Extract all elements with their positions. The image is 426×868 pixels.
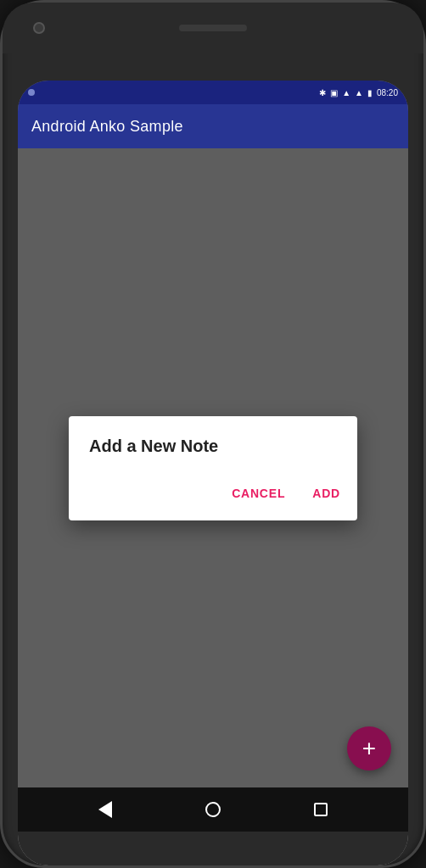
nav-back-button[interactable]	[92, 797, 118, 822]
notification-dot	[28, 89, 35, 96]
dialog-title: Add a New Note	[69, 437, 357, 473]
battery-icon: ▮	[367, 88, 373, 97]
app-title: Android Anko Sample	[31, 118, 183, 136]
add-fab-icon: +	[362, 737, 376, 760]
home-icon	[205, 802, 221, 817]
earpiece-speaker	[179, 25, 247, 31]
back-icon	[98, 801, 112, 818]
dialog-overlay: Add a New Note CANCEL ADD	[18, 148, 408, 787]
main-content: Add a New Note CANCEL ADD +	[18, 148, 408, 787]
phone-screen: ✱ ▣ ▲ ▲ ▮ 08:20 Android Anko Sample Add …	[18, 81, 408, 865]
wifi-icon: ▲	[342, 88, 350, 97]
recents-icon	[314, 803, 328, 816]
time-display: 08:20	[377, 88, 398, 97]
phone-frame: ✱ ▣ ▲ ▲ ▮ 08:20 Android Anko Sample Add …	[0, 0, 426, 868]
sim-icon: ▣	[330, 88, 338, 97]
bottom-nav	[18, 787, 408, 832]
status-right: ✱ ▣ ▲ ▲ ▮ 08:20	[319, 88, 398, 97]
app-bar: Android Anko Sample	[18, 104, 408, 148]
status-bar: ✱ ▣ ▲ ▲ ▮ 08:20	[18, 81, 408, 104]
nav-recents-button[interactable]	[308, 797, 334, 822]
signal-icon: ▲	[355, 88, 363, 97]
add-fab-button[interactable]: +	[347, 726, 391, 771]
add-button[interactable]: ADD	[302, 480, 350, 507]
bottom-bezel	[18, 832, 408, 865]
nav-home-button[interactable]	[200, 797, 226, 822]
dialog-actions: CANCEL ADD	[69, 473, 357, 514]
front-camera	[33, 22, 45, 34]
cancel-button[interactable]: CANCEL	[221, 480, 295, 507]
add-note-dialog: Add a New Note CANCEL ADD	[69, 416, 357, 520]
bluetooth-icon: ✱	[319, 88, 326, 97]
status-left	[28, 89, 35, 96]
top-bezel	[3, 3, 423, 53]
